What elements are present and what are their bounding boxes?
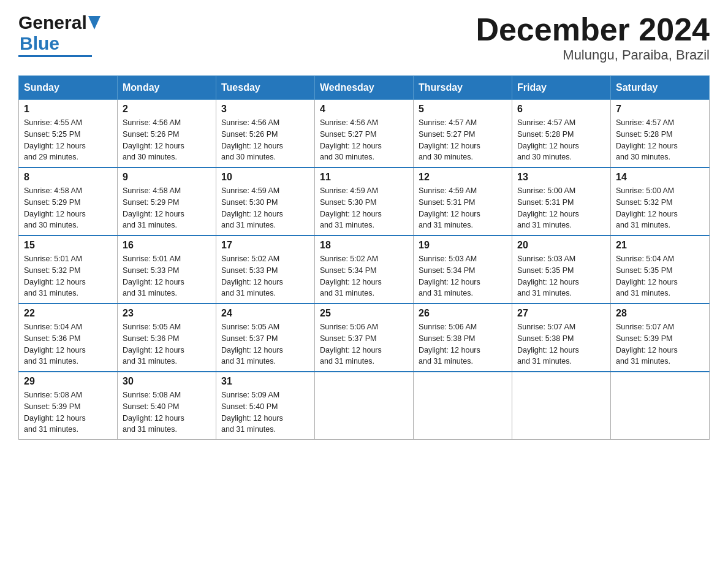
day-number: 10 bbox=[221, 172, 309, 183]
calendar-week-row: 1Sunrise: 4:55 AMSunset: 5:25 PMDaylight… bbox=[19, 100, 710, 168]
day-number: 2 bbox=[123, 104, 211, 115]
day-number: 9 bbox=[123, 172, 211, 183]
calendar-day-cell: 20Sunrise: 5:03 AMSunset: 5:35 PMDayligh… bbox=[512, 236, 611, 304]
day-info: Sunrise: 4:58 AMSunset: 5:29 PMDaylight:… bbox=[123, 185, 211, 231]
day-info: Sunrise: 5:04 AMSunset: 5:35 PMDaylight:… bbox=[616, 253, 704, 299]
calendar-day-cell: 30Sunrise: 5:08 AMSunset: 5:40 PMDayligh… bbox=[118, 372, 216, 440]
day-number: 17 bbox=[221, 240, 309, 251]
day-number: 13 bbox=[517, 172, 605, 183]
calendar-day-cell: 14Sunrise: 5:00 AMSunset: 5:32 PMDayligh… bbox=[611, 167, 710, 236]
day-number: 27 bbox=[517, 308, 605, 319]
calendar-day-cell: 26Sunrise: 5:06 AMSunset: 5:38 PMDayligh… bbox=[414, 304, 512, 372]
calendar-day-cell: 16Sunrise: 5:01 AMSunset: 5:33 PMDayligh… bbox=[118, 236, 216, 304]
calendar-week-row: 8Sunrise: 4:58 AMSunset: 5:29 PMDaylight… bbox=[19, 167, 710, 236]
calendar-day-cell: 31Sunrise: 5:09 AMSunset: 5:40 PMDayligh… bbox=[216, 372, 315, 440]
weekday-header-wednesday: Wednesday bbox=[315, 76, 414, 100]
day-info: Sunrise: 4:57 AMSunset: 5:28 PMDaylight:… bbox=[616, 117, 704, 163]
calendar-empty-cell bbox=[512, 372, 611, 440]
calendar-day-cell: 25Sunrise: 5:06 AMSunset: 5:37 PMDayligh… bbox=[315, 304, 414, 372]
day-number: 19 bbox=[419, 240, 507, 251]
day-number: 18 bbox=[320, 240, 408, 251]
day-number: 31 bbox=[221, 376, 309, 387]
calendar-day-cell: 1Sunrise: 4:55 AMSunset: 5:25 PMDaylight… bbox=[19, 100, 118, 168]
calendar-day-cell: 6Sunrise: 4:57 AMSunset: 5:28 PMDaylight… bbox=[512, 100, 611, 168]
weekday-header-sunday: Sunday bbox=[19, 76, 118, 100]
day-number: 26 bbox=[419, 308, 507, 319]
day-info: Sunrise: 5:02 AMSunset: 5:34 PMDaylight:… bbox=[320, 253, 408, 299]
day-info: Sunrise: 4:57 AMSunset: 5:27 PMDaylight:… bbox=[419, 117, 507, 163]
day-number: 25 bbox=[320, 308, 408, 319]
calendar-day-cell: 12Sunrise: 4:59 AMSunset: 5:31 PMDayligh… bbox=[414, 167, 512, 236]
day-info: Sunrise: 4:55 AMSunset: 5:25 PMDaylight:… bbox=[24, 117, 112, 163]
calendar-table: SundayMondayTuesdayWednesdayThursdayFrid… bbox=[18, 75, 710, 440]
day-info: Sunrise: 4:56 AMSunset: 5:27 PMDaylight:… bbox=[320, 117, 408, 163]
calendar-day-cell: 17Sunrise: 5:02 AMSunset: 5:33 PMDayligh… bbox=[216, 236, 315, 304]
calendar-week-row: 22Sunrise: 5:04 AMSunset: 5:36 PMDayligh… bbox=[19, 304, 710, 372]
calendar-day-cell: 8Sunrise: 4:58 AMSunset: 5:29 PMDaylight… bbox=[19, 167, 118, 236]
calendar-day-cell: 2Sunrise: 4:56 AMSunset: 5:26 PMDaylight… bbox=[118, 100, 216, 168]
day-number: 15 bbox=[24, 240, 112, 251]
calendar-empty-cell bbox=[414, 372, 512, 440]
day-info: Sunrise: 5:01 AMSunset: 5:33 PMDaylight:… bbox=[123, 253, 211, 299]
day-number: 28 bbox=[616, 308, 704, 319]
day-info: Sunrise: 5:05 AMSunset: 5:36 PMDaylight:… bbox=[123, 321, 211, 367]
weekday-header-monday: Monday bbox=[118, 76, 216, 100]
day-info: Sunrise: 5:06 AMSunset: 5:38 PMDaylight:… bbox=[419, 321, 507, 367]
calendar-day-cell: 23Sunrise: 5:05 AMSunset: 5:36 PMDayligh… bbox=[118, 304, 216, 372]
day-info: Sunrise: 4:56 AMSunset: 5:26 PMDaylight:… bbox=[123, 117, 211, 163]
calendar-week-row: 15Sunrise: 5:01 AMSunset: 5:32 PMDayligh… bbox=[19, 236, 710, 304]
day-number: 16 bbox=[123, 240, 211, 251]
logo-triangle-icon bbox=[88, 16, 100, 29]
page-header: General Blue December 2024 Mulungu, Para… bbox=[18, 12, 710, 63]
weekday-header-tuesday: Tuesday bbox=[216, 76, 315, 100]
day-number: 5 bbox=[419, 104, 507, 115]
day-info: Sunrise: 4:59 AMSunset: 5:30 PMDaylight:… bbox=[320, 185, 408, 231]
calendar-day-cell: 21Sunrise: 5:04 AMSunset: 5:35 PMDayligh… bbox=[611, 236, 710, 304]
calendar-day-cell: 5Sunrise: 4:57 AMSunset: 5:27 PMDaylight… bbox=[414, 100, 512, 168]
calendar-header-row: SundayMondayTuesdayWednesdayThursdayFrid… bbox=[19, 76, 710, 100]
day-number: 24 bbox=[221, 308, 309, 319]
day-number: 30 bbox=[123, 376, 211, 387]
calendar-week-row: 29Sunrise: 5:08 AMSunset: 5:39 PMDayligh… bbox=[19, 372, 710, 440]
calendar-empty-cell bbox=[611, 372, 710, 440]
day-number: 14 bbox=[616, 172, 704, 183]
day-info: Sunrise: 5:01 AMSunset: 5:32 PMDaylight:… bbox=[24, 253, 112, 299]
logo-underline bbox=[18, 55, 92, 57]
calendar-day-cell: 11Sunrise: 4:59 AMSunset: 5:30 PMDayligh… bbox=[315, 167, 414, 236]
day-info: Sunrise: 4:57 AMSunset: 5:28 PMDaylight:… bbox=[517, 117, 605, 163]
calendar-day-cell: 29Sunrise: 5:08 AMSunset: 5:39 PMDayligh… bbox=[19, 372, 118, 440]
day-info: Sunrise: 5:02 AMSunset: 5:33 PMDaylight:… bbox=[221, 253, 309, 299]
logo: General Blue bbox=[18, 12, 100, 57]
day-number: 23 bbox=[123, 308, 211, 319]
calendar-day-cell: 7Sunrise: 4:57 AMSunset: 5:28 PMDaylight… bbox=[611, 100, 710, 168]
calendar-day-cell: 13Sunrise: 5:00 AMSunset: 5:31 PMDayligh… bbox=[512, 167, 611, 236]
calendar-day-cell: 27Sunrise: 5:07 AMSunset: 5:38 PMDayligh… bbox=[512, 304, 611, 372]
calendar-day-cell: 3Sunrise: 4:56 AMSunset: 5:26 PMDaylight… bbox=[216, 100, 315, 168]
day-info: Sunrise: 5:03 AMSunset: 5:34 PMDaylight:… bbox=[419, 253, 507, 299]
day-number: 11 bbox=[320, 172, 408, 183]
day-number: 6 bbox=[517, 104, 605, 115]
day-number: 7 bbox=[616, 104, 704, 115]
day-number: 8 bbox=[24, 172, 112, 183]
day-info: Sunrise: 4:58 AMSunset: 5:29 PMDaylight:… bbox=[24, 185, 112, 231]
day-info: Sunrise: 5:00 AMSunset: 5:32 PMDaylight:… bbox=[616, 185, 704, 231]
day-info: Sunrise: 5:03 AMSunset: 5:35 PMDaylight:… bbox=[517, 253, 605, 299]
day-number: 20 bbox=[517, 240, 605, 251]
day-number: 1 bbox=[24, 104, 112, 115]
day-info: Sunrise: 5:00 AMSunset: 5:31 PMDaylight:… bbox=[517, 185, 605, 231]
calendar-day-cell: 18Sunrise: 5:02 AMSunset: 5:34 PMDayligh… bbox=[315, 236, 414, 304]
weekday-header-thursday: Thursday bbox=[414, 76, 512, 100]
title-block: December 2024 Mulungu, Paraiba, Brazil bbox=[476, 12, 710, 63]
day-info: Sunrise: 5:08 AMSunset: 5:40 PMDaylight:… bbox=[123, 389, 211, 435]
calendar-day-cell: 9Sunrise: 4:58 AMSunset: 5:29 PMDaylight… bbox=[118, 167, 216, 236]
day-number: 3 bbox=[221, 104, 309, 115]
day-number: 21 bbox=[616, 240, 704, 251]
weekday-header-saturday: Saturday bbox=[611, 76, 710, 100]
day-info: Sunrise: 4:59 AMSunset: 5:31 PMDaylight:… bbox=[419, 185, 507, 231]
day-info: Sunrise: 5:07 AMSunset: 5:38 PMDaylight:… bbox=[517, 321, 605, 367]
calendar-day-cell: 24Sunrise: 5:05 AMSunset: 5:37 PMDayligh… bbox=[216, 304, 315, 372]
day-info: Sunrise: 4:59 AMSunset: 5:30 PMDaylight:… bbox=[221, 185, 309, 231]
day-info: Sunrise: 5:07 AMSunset: 5:39 PMDaylight:… bbox=[616, 321, 704, 367]
day-number: 29 bbox=[24, 376, 112, 387]
logo-blue: Blue bbox=[20, 33, 59, 54]
